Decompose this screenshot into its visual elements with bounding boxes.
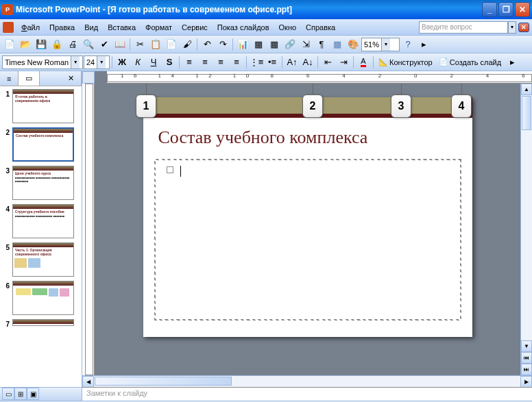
shadow-button[interactable]: S [162,55,177,70]
menu-window[interactable]: Окно [274,21,302,34]
scroll-up-button[interactable]: ▲ [521,84,532,95]
show-formatting-icon[interactable]: ¶ [314,37,329,52]
vertical-ruler[interactable] [82,84,95,375]
vertical-scrollbar[interactable]: ▲ ▼ ⏮ ⏭ [520,84,532,375]
help-icon[interactable]: ? [400,37,415,52]
scroll-left-button[interactable]: ◀ [82,376,94,388]
align-right-icon[interactable]: ≡ [213,55,228,70]
align-center-icon[interactable]: ≡ [197,55,213,70]
spelling-icon[interactable]: ✔ [97,37,112,52]
thumb-2[interactable]: Состав учебного комплекса [12,127,74,162]
sorter-view-button[interactable]: ⊞ [14,388,27,400]
font-size-combo[interactable]: 24▼ [84,55,110,69]
save-icon[interactable]: 💾 [34,37,49,52]
close-button[interactable]: ✕ [515,2,530,17]
bold-button[interactable]: Ж [114,55,130,70]
cut-icon[interactable]: ✂ [132,37,147,52]
distributed-icon[interactable]: ≡ [229,55,244,70]
prev-slide-button[interactable]: ⏮ [521,352,532,364]
slide-canvas[interactable]: Состав учебного комплекса 1 2 3 4 [95,84,520,375]
next-slide-button[interactable]: ⏭ [521,364,532,375]
normal-view-button[interactable]: ▭ [2,388,14,400]
grid-icon[interactable]: ▦ [330,37,345,52]
help-dropdown-icon[interactable]: ▼ [508,21,516,34]
font-color-icon[interactable]: A [356,55,371,70]
menu-bar: Файл Правка Вид Вставка Формат Сервис По… [0,19,532,36]
research-icon[interactable]: 📖 [112,37,128,52]
menu-edit[interactable]: Правка [45,21,80,34]
bullet-icon [167,166,173,173]
formatting-toolbar: Times New Roman▼ 24▼ Ж К Ч S ≡ ≡ ≡ ≡ ⋮≡ … [0,53,532,71]
italic-button[interactable]: К [130,55,145,70]
callout-1: 1 [136,95,156,118]
new-icon[interactable]: 📄 [2,37,17,52]
increase-indent-icon[interactable]: ⇥ [336,55,351,70]
menu-format[interactable]: Формат [141,21,177,34]
content-placeholder[interactable] [153,158,463,322]
horizontal-ruler[interactable]: 16 14 12 10 8 6 4 2 0 2 4 6 8 10 12 14 1… [107,71,532,84]
horizontal-scrollbar[interactable]: ◀ ▶ [82,375,532,387]
hscroll-thumb[interactable] [95,377,232,386]
menu-slideshow[interactable]: Показ слайдов [213,21,274,34]
align-left-icon[interactable]: ≡ [182,55,197,70]
expand-icon[interactable]: ⇲ [298,37,313,52]
open-icon[interactable]: 📂 [18,37,33,52]
scroll-down-button[interactable]: ▼ [521,340,532,352]
panel-close-button[interactable]: ✕ [61,71,82,86]
zoom-combo[interactable]: 51%▼ [361,38,400,51]
scroll-right-button[interactable]: ▶ [520,376,532,388]
copy-icon[interactable]: 📋 [148,37,163,52]
font-combo[interactable]: Times New Roman▼ [2,55,83,69]
menu-help[interactable]: Справка [301,21,340,34]
document-icon[interactable] [3,22,14,33]
table-icon[interactable]: ▦ [251,37,266,52]
decrease-indent-icon[interactable]: ⇤ [320,55,335,70]
notes-pane[interactable]: Заметки к слайду [82,387,532,401]
designer-button[interactable]: 📐 Конструктор [376,58,435,66]
new-slide-button[interactable]: 📄 Создать слайд [436,58,504,66]
slide-thumbnails[interactable]: 1Я готов работать в современном офисе 2С… [0,86,82,387]
thumb-7[interactable] [12,319,74,326]
tables-borders-icon[interactable]: ▦ [267,37,282,52]
increase-font-icon[interactable]: A↑ [285,55,300,70]
numbering-icon[interactable]: ⋮≡ [249,55,264,70]
outline-tab[interactable]: ≡ [0,71,19,86]
thumb-4[interactable]: Структура учебного пособия■■■■■■■■■■■■ ■… [12,204,74,238]
callout-4: 4 [451,95,472,118]
maximize-button[interactable]: ❐ [498,2,513,17]
slide[interactable]: Состав учебного комплекса [143,97,472,337]
callout-3: 3 [391,95,411,118]
preview-icon[interactable]: 🔍 [81,37,96,52]
thumb-3[interactable]: Цели учебного курса■■■■■■■■■■■■ ■■■■■■■■… [12,166,74,200]
menu-insert[interactable]: Вставка [103,21,141,34]
thumb-5[interactable]: Часть 1. Организация современного офиса [12,242,74,277]
slide-title[interactable]: Состав учебного комплекса [143,118,472,158]
doc-close-button[interactable]: ✕ [518,23,529,32]
text-cursor [180,166,181,177]
decrease-font-icon[interactable]: A↓ [300,55,315,70]
underline-button[interactable]: Ч [146,55,161,70]
menu-tools[interactable]: Сервис [177,21,213,34]
standard-toolbar: 📄 📂 💾 🔒 🖨 🔍 ✔ 📖 ✂ 📋 📄 🖌 ↶ ↷ 📊 ▦ ▦ 🔗 ⇲ ¶ … [0,36,532,53]
permission-icon[interactable]: 🔒 [49,37,64,52]
scroll-thumb[interactable] [522,96,531,130]
help-search-input[interactable]: Введите вопрос [419,21,508,34]
menu-view[interactable]: Вид [80,21,103,34]
toolbar-options-icon[interactable]: ▸ [505,55,520,70]
slides-tab[interactable]: ▭ [19,71,40,86]
toolbar-options-icon[interactable]: ▸ [416,37,431,52]
format-painter-icon[interactable]: 🖌 [180,37,195,52]
minimize-button[interactable]: _ [482,2,497,17]
undo-icon[interactable]: ↶ [200,37,215,52]
bullets-icon[interactable]: •≡ [265,55,280,70]
paste-icon[interactable]: 📄 [164,37,179,52]
color-icon[interactable]: 🎨 [346,37,361,52]
print-icon[interactable]: 🖨 [65,37,80,52]
slideshow-view-button[interactable]: ▣ [27,388,39,400]
menu-file[interactable]: Файл [16,21,45,34]
redo-icon[interactable]: ↷ [215,37,230,52]
thumb-6[interactable] [12,281,74,315]
chart-icon[interactable]: 📊 [235,37,250,52]
hyperlink-icon[interactable]: 🔗 [282,37,298,52]
thumb-1[interactable]: Я готов работать в современном офисе [12,89,74,123]
